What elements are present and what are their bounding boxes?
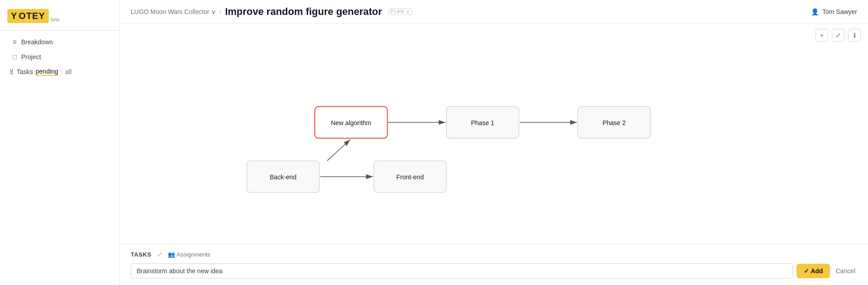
assignments-icon: 👥: [168, 251, 175, 258]
user-icon: 👤: [811, 8, 819, 15]
assignments-label: Assignments: [177, 251, 210, 258]
add-task-button[interactable]: ✓ Add: [797, 264, 830, 278]
user-name: Tom Sawyer: [822, 8, 857, 15]
tasks-title: TASKS: [131, 251, 152, 258]
breakdown-icon: ≡: [13, 38, 17, 46]
main-content: LUGO Moon Wars Collector ∨ › Improve ran…: [120, 0, 868, 285]
sidebar-item-project[interactable]: □ Project: [4, 49, 116, 64]
cancel-label: Cancel: [835, 267, 855, 275]
sidebar-item-breakdown[interactable]: ≡ Breakdown: [4, 34, 116, 49]
task-input[interactable]: [131, 263, 793, 279]
add-node-button[interactable]: +: [816, 29, 828, 42]
plan-badge[interactable]: PLAN ∨: [389, 8, 412, 15]
tasks-header: TASKS ⤢ 👥 Assignments: [131, 251, 857, 258]
cancel-button[interactable]: Cancel: [834, 264, 857, 278]
task-input-row: ✓ Add Cancel: [131, 263, 857, 279]
breadcrumb[interactable]: LUGO Moon Wars Collector ∨: [131, 8, 216, 15]
tasks-filter: ⊻ Tasks pending | all: [0, 64, 119, 79]
flow-diagram: New algorithm Phase 1 Phase 2 Back-end F…: [120, 23, 868, 244]
sidebar: Y OTEY beta ≡ Breakdown □ Project ⊻ Task…: [0, 0, 120, 285]
header: LUGO Moon Wars Collector ∨ › Improve ran…: [120, 0, 868, 23]
header-left: LUGO Moon Wars Collector ∨ › Improve ran…: [131, 6, 412, 18]
tasks-label: Tasks: [17, 68, 33, 75]
tasks-icon-group: ⤢: [157, 251, 162, 258]
canvas-controls: + ⤢ ℹ: [816, 29, 861, 42]
breadcrumb-arrow: ›: [219, 8, 222, 15]
add-task-label: ✓ Add: [804, 267, 823, 275]
tasks-pending-filter[interactable]: pending: [36, 68, 58, 76]
tasks-link-icon[interactable]: ⤢: [157, 251, 162, 258]
logo-text: OTEY: [19, 11, 45, 21]
logo: Y OTEY: [7, 9, 49, 23]
expand-button[interactable]: ⤢: [832, 29, 844, 42]
assignments-button[interactable]: 👥 Assignments: [168, 251, 210, 258]
node-new-algorithm-label: New algorithm: [331, 119, 371, 126]
tasks-divider: |: [61, 68, 63, 75]
breadcrumb-text: LUGO Moon Wars Collector: [131, 8, 209, 15]
filter-icon: ⊻: [9, 68, 14, 76]
beta-badge: beta: [51, 17, 59, 23]
node-phase1-label: Phase 1: [471, 119, 494, 126]
tasks-all-filter[interactable]: all: [65, 68, 71, 75]
node-phase2-label: Phase 2: [602, 119, 626, 126]
logo-area: Y OTEY beta: [0, 5, 119, 31]
info-button[interactable]: ℹ: [848, 29, 861, 42]
node-backend-label: Back-end: [270, 173, 296, 181]
canvas-area[interactable]: New algorithm Phase 1 Phase 2 Back-end F…: [120, 23, 868, 244]
logo-y: Y: [11, 11, 17, 21]
sidebar-item-label: Breakdown: [21, 38, 53, 46]
page-title: Improve random figure generator: [225, 6, 382, 18]
sidebar-item-label: Project: [21, 53, 41, 61]
edge-backend-newalgo: [327, 140, 350, 161]
project-icon: □: [13, 53, 17, 61]
tasks-panel: TASKS ⤢ 👥 Assignments ✓ Add Cancel: [120, 244, 868, 285]
breadcrumb-dropdown-icon: ∨: [211, 8, 216, 15]
node-frontend-label: Front-end: [396, 173, 424, 181]
header-right: 👤 Tom Sawyer: [811, 8, 857, 15]
